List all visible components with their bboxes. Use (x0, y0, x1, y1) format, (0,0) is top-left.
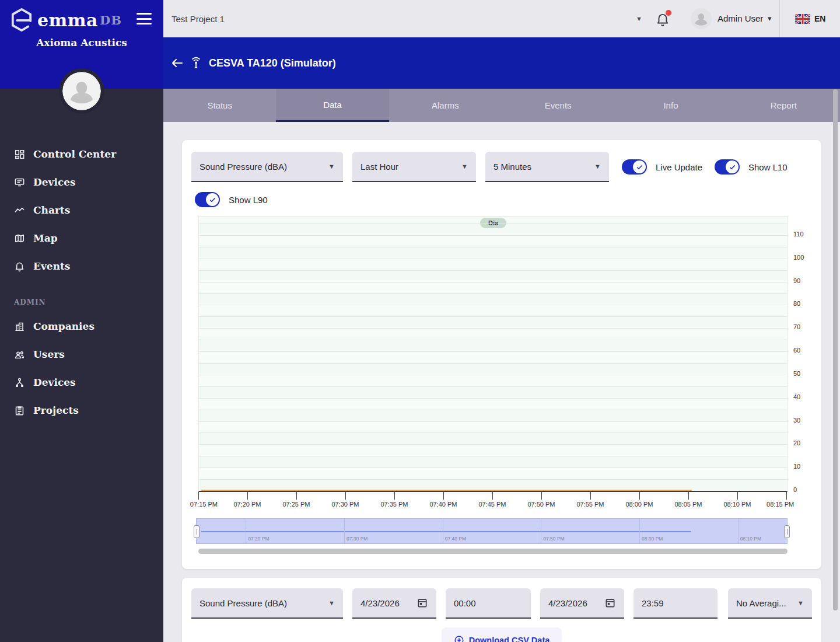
notification-badge (666, 10, 671, 16)
start-time-field[interactable]: 00:00 (446, 588, 531, 619)
time-range-select-value: Last Hour (360, 162, 398, 172)
export-metric-value: Sound Pressure (dBA) (200, 598, 287, 608)
antenna-icon (189, 56, 203, 70)
user-menu-chevron-icon[interactable]: ▾ (768, 14, 772, 23)
sidebar-item-label: Devices (33, 176, 76, 188)
end-date-value: 4/23/2026 (548, 598, 587, 608)
app-logo[interactable]: emma DB (10, 7, 154, 33)
sidebar-item-control-center[interactable]: Control Center (0, 140, 163, 168)
interval-select-value: 5 Minutes (494, 162, 531, 172)
logo-text: emma (37, 10, 98, 30)
show-l10-toggle[interactable] (715, 159, 740, 175)
start-time-value: 00:00 (454, 598, 476, 608)
sidebar-item-companies[interactable]: Companies (0, 312, 163, 340)
bell-icon (14, 261, 25, 272)
tab-alarms[interactable]: Alarms (389, 89, 502, 122)
metric-select[interactable]: Sound Pressure (dBA) ▼ (191, 152, 343, 182)
vertical-scrollbar[interactable] (833, 89, 838, 610)
end-date-field[interactable]: 4/23/2026 (540, 588, 624, 619)
sidebar-avatar (59, 68, 104, 114)
back-arrow-icon[interactable] (170, 56, 184, 70)
sidebar-item-label: Devices (33, 376, 76, 388)
navigator-handle-left[interactable] (194, 525, 200, 538)
sidebar-item-charts[interactable]: Charts (0, 196, 163, 224)
menu-toggle-icon[interactable] (136, 13, 152, 25)
language-selector[interactable]: EN (814, 14, 825, 23)
sidebar-item-map[interactable]: Map (0, 224, 163, 252)
calendar-icon[interactable] (416, 597, 428, 609)
device-header: CESVA TA120 (Simulator) (163, 37, 840, 89)
chevron-down-icon: ▼ (594, 163, 601, 170)
metric-select-value: Sound Pressure (dBA) (200, 162, 287, 172)
interval-select[interactable]: 5 Minutes ▼ (485, 152, 609, 182)
navigator-series-line (201, 531, 691, 532)
sidebar-item-label: Map (33, 232, 58, 244)
download-csv-label: Download CSV Data (469, 636, 550, 642)
tab-data[interactable]: Data (276, 89, 388, 122)
sidebar-item-admin-devices[interactable]: Devices (0, 368, 163, 396)
sidebar-item-events[interactable]: Events (0, 252, 163, 280)
users-icon (14, 349, 25, 360)
chart-line-icon (14, 205, 25, 216)
tab-events[interactable]: Events (502, 89, 614, 122)
chevron-down-icon: ▼ (461, 163, 468, 170)
sidebar-item-label: Control Center (33, 148, 116, 160)
device-title: CESVA TA120 (Simulator) (209, 57, 336, 69)
sidebar-section-admin: ADMIN (0, 280, 163, 312)
logo-suffix: DB (100, 13, 122, 27)
tab-status[interactable]: Status (163, 89, 276, 122)
sidebar-item-label: Events (33, 260, 70, 272)
project-select[interactable]: Test Project 1 (172, 14, 225, 24)
chart-navigator[interactable]: 07:20 PM07:30 PM07:40 PM07:50 PM08:00 PM… (196, 518, 788, 544)
device-hub-icon (14, 377, 25, 388)
tabbar: Status Data Alarms Events Info Report (163, 89, 840, 122)
monitor-icon (14, 177, 25, 188)
tab-info[interactable]: Info (614, 89, 727, 122)
emma-hexagon-logo-icon (10, 8, 33, 32)
sidebar-item-label: Charts (33, 204, 70, 216)
show-l10-label: Show L10 (748, 162, 788, 172)
chevron-down-icon: ▼ (797, 599, 804, 606)
export-panel: Sound Pressure (dBA) ▼ 4/23/2026 00:00 4… (182, 578, 821, 642)
sidebar-item-label: Projects (33, 404, 79, 416)
sidebar-item-label: Users (33, 348, 65, 360)
end-time-field[interactable]: 23:59 (634, 588, 718, 619)
y-axis: 1101009080706050403020100 (793, 216, 817, 492)
download-csv-button[interactable]: Download CSV Data (442, 627, 562, 642)
uk-flag-icon[interactable] (795, 14, 810, 24)
chart-plot[interactable]: Dia (198, 216, 788, 492)
dashboard-icon (14, 149, 25, 160)
start-date-value: 4/23/2026 (360, 598, 400, 608)
app-window: emma DB Axioma Acustics Control Center D… (0, 0, 840, 642)
start-date-field[interactable]: 4/23/2026 (352, 588, 436, 619)
sidebar-item-users[interactable]: Users (0, 340, 163, 368)
tab-report[interactable]: Report (727, 89, 840, 122)
notifications-button[interactable] (655, 12, 670, 27)
averaging-value: No Averagi... (736, 598, 786, 608)
user-avatar[interactable] (691, 8, 712, 29)
topbar-divider (779, 0, 780, 37)
live-update-toggle[interactable] (622, 159, 647, 175)
live-update-label: Live Update (656, 162, 702, 172)
chevron-down-icon: ▼ (328, 599, 335, 606)
averaging-select[interactable]: No Averagi... ▼ (728, 588, 812, 619)
calendar-icon[interactable] (604, 597, 616, 609)
map-icon (14, 233, 25, 244)
topbar: Test Project 1 ▼ Admin User ▾ EN (163, 0, 840, 37)
company-name: Axioma Acustics (0, 37, 163, 48)
clipboard-icon (14, 405, 25, 416)
sidebar-item-projects[interactable]: Projects (0, 396, 163, 424)
project-select-caret-icon[interactable]: ▼ (636, 15, 642, 22)
sidebar: emma DB Axioma Acustics Control Center D… (0, 0, 163, 642)
user-menu[interactable]: Admin User (718, 13, 763, 23)
download-icon (454, 635, 464, 642)
show-l90-toggle[interactable] (195, 192, 220, 207)
export-metric-select[interactable]: Sound Pressure (dBA) ▼ (191, 588, 343, 619)
sidebar-item-devices[interactable]: Devices (0, 168, 163, 196)
sidebar-item-label: Companies (33, 320, 94, 332)
time-range-select[interactable]: Last Hour ▼ (352, 152, 476, 182)
end-time-value: 23:59 (642, 598, 664, 608)
navigator-scrollbar[interactable] (198, 549, 788, 554)
navigator-handle-right[interactable] (784, 525, 790, 538)
sidebar-nav: Control Center Devices Charts Map Events… (0, 140, 163, 424)
